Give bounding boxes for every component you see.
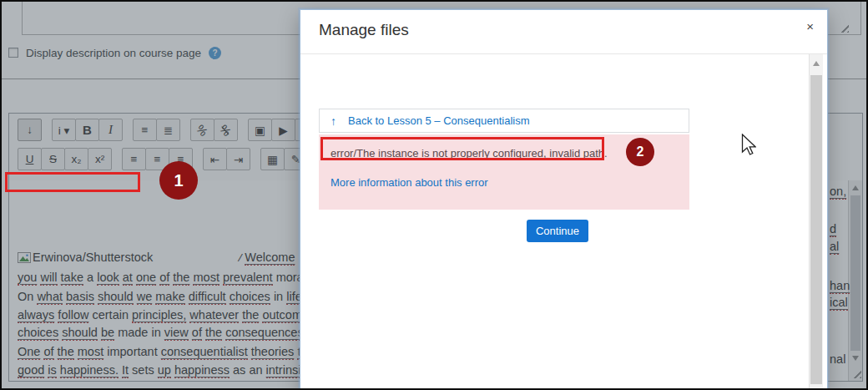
modal-scrollbar-thumb[interactable] [810,75,822,384]
modal-scrollbar[interactable] [809,54,823,390]
annotation-badge-2: 2 [626,138,654,166]
modal-title: Manage files [319,21,409,39]
close-icon[interactable]: × [806,20,814,33]
mouse-cursor-icon [741,134,756,156]
more-information-link[interactable]: More information about this error [331,176,488,189]
back-navigation-box: ↑ Back to Lesson 5 – Consequentialism [319,109,689,133]
manage-files-modal: Manage files × ↑ Back to Lesson 5 – Cons… [300,9,828,390]
screenshot-frame: Display description on course page ? ↓i … [0,0,868,390]
modal-scroll-up-icon[interactable] [813,61,820,66]
annotation-badge-1: 1 [159,161,198,200]
up-arrow-icon: ↑ [331,114,336,128]
continue-button[interactable]: Continue [527,220,588,242]
annotation-box-1 [5,172,140,192]
back-to-lesson-link[interactable]: Back to Lesson 5 – Consequentialism [348,114,530,127]
modal-header-divider [300,53,827,54]
annotation-box-2 [320,137,604,160]
